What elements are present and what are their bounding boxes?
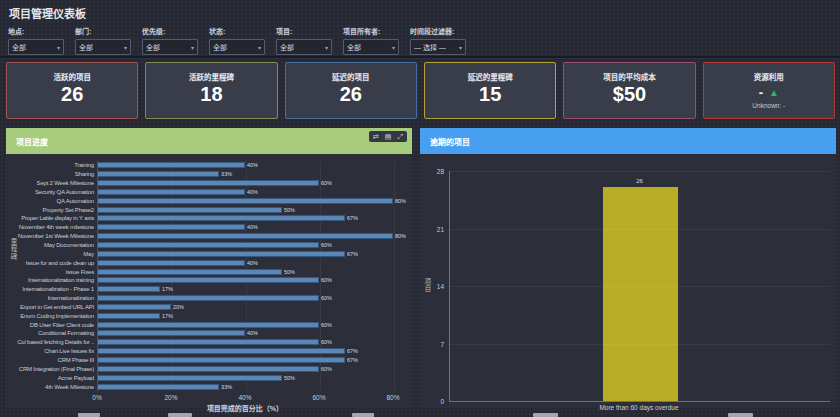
progress-bar[interactable] <box>97 162 245 168</box>
kpi-label: 活跃的项目 <box>7 71 137 82</box>
progress-row: Acme Payload50% <box>6 373 412 382</box>
progress-bar[interactable] <box>97 251 345 257</box>
swap-icon[interactable]: ⇄ <box>373 132 379 141</box>
progress-bar-value: 40% <box>247 162 258 168</box>
progress-row: 4th Week Milestone33% <box>6 382 412 391</box>
progress-bar[interactable] <box>97 366 319 372</box>
progress-row: Internationalization60% <box>6 294 412 303</box>
x-axis-label: 项目完成的百分比（%） <box>97 403 393 413</box>
kpi-card[interactable]: 延迟的里程碑15 <box>424 62 556 119</box>
cutoff-next-row-strip <box>352 413 374 417</box>
progress-bar-area: 67% <box>97 249 412 258</box>
gridline <box>450 286 830 287</box>
progress-bar-area: 67% <box>97 214 412 223</box>
expand-icon[interactable]: ⤢ <box>397 132 403 141</box>
x-tick-label: 40% <box>238 394 251 401</box>
progress-bar-value: 40% <box>247 260 258 266</box>
filter-select[interactable]: — 选择 —▾ <box>410 39 466 55</box>
filter-label: 项目: <box>276 26 332 36</box>
progress-row-label: QA Automation <box>6 198 97 204</box>
progress-bar[interactable] <box>97 304 171 310</box>
kpi-card[interactable]: 活跃的里程碑18 <box>145 62 277 119</box>
kpi-value: 18 <box>146 83 276 105</box>
progress-row-label: Acme Payload <box>6 375 97 381</box>
kpi-card[interactable]: 资源利用-▲Unknown: - <box>703 62 835 119</box>
progress-bar-area: 67% <box>97 356 412 365</box>
progress-bar[interactable] <box>97 233 393 239</box>
progress-bar[interactable] <box>97 198 393 204</box>
filter-select[interactable]: 全部▾ <box>276 39 332 55</box>
progress-x-ticks: 0%20%40%60%80% <box>97 394 397 402</box>
progress-bar[interactable] <box>97 269 282 275</box>
progress-row: November 1st Week Milestone80% <box>6 232 412 241</box>
progress-row: Enum Coding Implementation17% <box>6 311 412 320</box>
filter-select[interactable]: 全部▾ <box>8 39 64 55</box>
progress-bar-value: 67% <box>347 357 358 363</box>
progress-bar[interactable] <box>97 286 160 292</box>
progress-row: Internationalization - Phase 117% <box>6 285 412 294</box>
progress-bar-area: 40% <box>97 329 412 338</box>
progress-bar[interactable] <box>97 322 319 328</box>
filter-select[interactable]: 全部▾ <box>209 39 265 55</box>
progress-bar-value: 33% <box>221 384 232 390</box>
progress-row: Issue Fixes50% <box>6 267 412 276</box>
progress-bar-area: 60% <box>97 294 412 303</box>
progress-bar[interactable] <box>97 357 345 363</box>
progress-row-label: Conditional Formatting <box>6 330 97 336</box>
progress-row: Chart Live Issues fix67% <box>6 347 412 356</box>
y-tick-label: 0 <box>440 398 444 405</box>
kpi-card[interactable]: 延迟的项目26 <box>285 62 417 119</box>
progress-bar[interactable] <box>97 313 160 319</box>
progress-bar-area: 60% <box>97 179 412 188</box>
progress-row: Col based fetching Details for ..60% <box>6 338 412 347</box>
progress-row-label: Internationalization <box>6 295 97 301</box>
panel-title: 逾期的项目 <box>420 136 470 147</box>
progress-bar-value: 80% <box>395 233 406 239</box>
overdue-bar[interactable] <box>603 187 678 401</box>
progress-bar-area: 60% <box>97 364 412 373</box>
filter-select[interactable]: 全部▾ <box>142 39 198 55</box>
progress-bar[interactable] <box>97 224 245 230</box>
progress-row-label: Internationalization training <box>6 277 97 283</box>
kpi-card[interactable]: 项目的平均成本$50 <box>563 62 695 119</box>
progress-bar[interactable] <box>97 348 345 354</box>
filter-select[interactable]: 全部▾ <box>75 39 131 55</box>
print-icon[interactable]: ▤ <box>385 132 392 141</box>
progress-bar[interactable] <box>97 207 282 213</box>
progress-bar[interactable] <box>97 330 245 336</box>
kpi-value: 15 <box>425 83 555 105</box>
progress-bar[interactable] <box>97 242 319 248</box>
progress-row-label: Internationalization - Phase 1 <box>6 286 97 292</box>
progress-bar[interactable] <box>97 180 319 186</box>
progress-bar[interactable] <box>97 277 319 283</box>
y-tick-label: 7 <box>440 340 444 347</box>
progress-row-label: DB User Filter Client code <box>6 322 97 328</box>
progress-bar[interactable] <box>97 171 219 177</box>
progress-bar[interactable] <box>97 189 245 195</box>
progress-bar[interactable] <box>97 295 319 301</box>
progress-bar[interactable] <box>97 215 345 221</box>
progress-bar[interactable] <box>97 375 282 381</box>
filter-select[interactable]: 全部▾ <box>343 39 399 55</box>
progress-bar-area: 50% <box>97 267 412 276</box>
progress-bar-value: 60% <box>321 180 332 186</box>
progress-bar[interactable] <box>97 339 319 345</box>
cutoff-next-row-strip <box>78 413 100 417</box>
progress-row: Conditional Formatting40% <box>6 329 412 338</box>
kpi-value: $50 <box>564 83 694 105</box>
progress-bar[interactable] <box>97 384 219 390</box>
progress-row-label: Training <box>6 162 97 168</box>
progress-bar-value: 60% <box>321 366 332 372</box>
progress-bar-value: 17% <box>162 313 173 319</box>
chevron-down-icon: ▾ <box>392 44 395 51</box>
progress-rows: Training40%Sharing33%Sept 2 Week Milesto… <box>6 161 412 391</box>
progress-bar-value: 33% <box>221 171 232 177</box>
filter-selected-value: 全部 <box>79 42 93 52</box>
progress-bar-value: 67% <box>347 348 358 354</box>
progress-bar-value: 50% <box>284 375 295 381</box>
kpi-card[interactable]: 活跃的项目26 <box>6 62 138 119</box>
chevron-down-icon: ▾ <box>57 44 60 51</box>
progress-bar-value: 80% <box>395 198 406 204</box>
filter-selected-value: 全部 <box>12 42 26 52</box>
progress-bar[interactable] <box>97 260 245 266</box>
